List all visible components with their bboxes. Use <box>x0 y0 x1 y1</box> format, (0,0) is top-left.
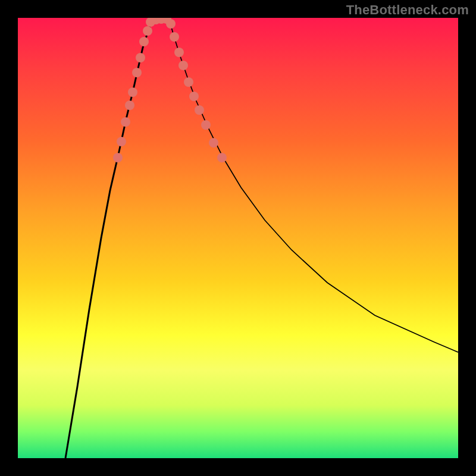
data-marker <box>217 153 227 162</box>
curve-right <box>170 21 458 352</box>
data-marker <box>132 68 142 77</box>
data-marker <box>184 77 193 87</box>
marker-group <box>113 18 227 162</box>
data-marker <box>195 105 204 115</box>
chart-frame: TheBottleneck.com <box>0 0 476 476</box>
data-marker <box>201 120 211 130</box>
data-marker <box>139 37 149 46</box>
data-marker <box>209 138 218 148</box>
data-marker <box>128 87 137 97</box>
data-marker <box>121 117 130 127</box>
data-marker <box>178 61 188 70</box>
plot-area <box>18 18 458 458</box>
data-marker <box>174 48 184 57</box>
data-marker <box>136 53 145 62</box>
data-marker <box>125 101 134 110</box>
data-marker <box>113 153 123 162</box>
data-marker <box>170 32 179 42</box>
data-marker <box>117 137 126 146</box>
data-marker <box>189 92 199 101</box>
data-marker <box>143 26 152 36</box>
watermark-label: TheBottleneck.com <box>346 2 469 18</box>
data-marker <box>166 19 176 29</box>
curve-svg <box>18 18 458 458</box>
curve-left <box>65 21 152 458</box>
